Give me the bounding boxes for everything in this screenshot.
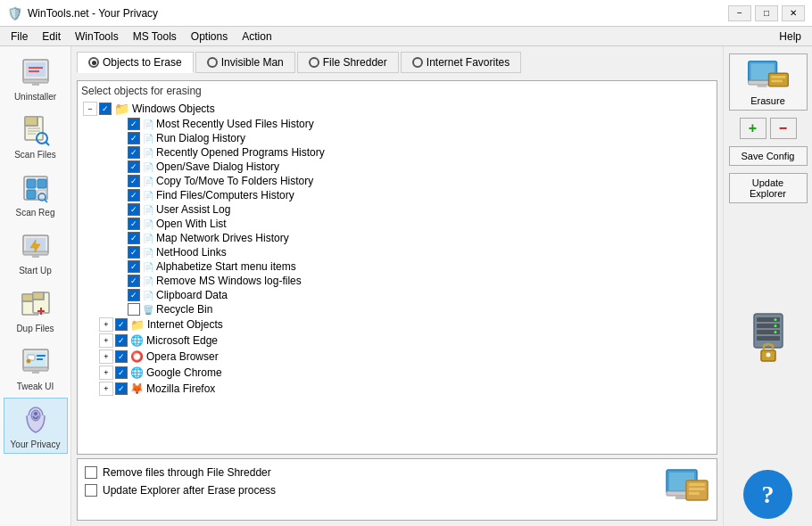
svg-rect-14	[27, 179, 36, 188]
checkbox-user-assist[interactable]	[128, 203, 140, 216]
sidebar-item-your-privacy[interactable]: Your Privacy	[4, 398, 68, 454]
menu-edit[interactable]: Edit	[35, 29, 68, 45]
checkbox-alphabetize[interactable]	[128, 260, 140, 273]
menu-file[interactable]: File	[4, 29, 35, 45]
sidebar-item-uninstaller[interactable]: Uninstaller	[4, 50, 68, 106]
checkbox-open-with[interactable]	[128, 218, 140, 230]
label-edge: Microsoft Edge	[146, 334, 218, 347]
content-area: Objects to Erase Invisible Man File Shre…	[71, 46, 723, 526]
main-layout: Uninstaller Scan Files	[0, 46, 812, 526]
label-open-with: Open With List	[156, 218, 227, 230]
sidebar-item-tweak-ui[interactable]: Tweak UI	[4, 340, 68, 396]
svg-rect-62	[757, 336, 780, 341]
expander-windows[interactable]: −	[83, 102, 97, 116]
tab-invisible-man[interactable]: Invisible Man	[195, 52, 295, 73]
icon-alphabetize: 📄	[143, 262, 153, 272]
tree-item-opera[interactable]: + ⭕ Opera Browser	[81, 349, 713, 365]
maximize-button[interactable]: □	[755, 5, 778, 21]
check-update-explorer[interactable]: Update Explorer after Erase process	[85, 484, 276, 497]
checkbox-clipboard[interactable]	[128, 289, 140, 301]
close-button[interactable]: ✕	[782, 5, 805, 21]
help-menu[interactable]: Help	[772, 29, 808, 45]
expander-opera[interactable]: +	[99, 349, 113, 364]
menubar: File Edit WinTools MS Tools Options Acti…	[0, 27, 812, 46]
tree-panel: Select objects for erasing − 📁 Windows O…	[77, 80, 717, 455]
help-button[interactable]: ?	[743, 470, 792, 519]
checkbox-run-dialog[interactable]	[128, 132, 140, 144]
menu-action[interactable]: Action	[235, 29, 278, 45]
icon-open-with: 📄	[143, 219, 153, 229]
menu-options[interactable]: Options	[184, 29, 235, 45]
dup-files-label: Dup Files	[16, 324, 54, 333]
checkbox-open-save[interactable]	[128, 160, 140, 173]
tree-item-nethood[interactable]: 📄 NetHood Links	[81, 245, 713, 259]
tree-item-recently-opened[interactable]: 📄 Recently Opened Programs History	[81, 145, 713, 160]
sidebar-item-scan-reg[interactable]: Scan Reg	[4, 166, 68, 222]
tree-item-open-save[interactable]: 📄 Open/Save Dialog History	[81, 160, 713, 174]
sidebar-item-scan-files[interactable]: Scan Files	[4, 108, 68, 164]
titlebar-controls: − □ ✕	[728, 5, 805, 21]
expander-firefox[interactable]: +	[99, 382, 113, 396]
tree-item-remove-log[interactable]: 📄 Remove MS Windows log-files	[81, 274, 713, 288]
checkbox-nethood[interactable]	[128, 246, 140, 259]
tree-item-copy-move[interactable]: 📄 Copy To/Move To Folders History	[81, 174, 713, 188]
checkbox-edge[interactable]	[115, 334, 128, 347]
tab-internet-favorites[interactable]: Internet Favorites	[401, 52, 521, 73]
your-privacy-icon	[18, 402, 54, 438]
checkbox-firefox[interactable]	[115, 382, 128, 395]
erasure-button[interactable]: Erasure	[729, 53, 808, 111]
expander-chrome[interactable]: +	[99, 366, 113, 380]
tree-item-internet-objects[interactable]: + 📁 Internet Objects	[81, 316, 713, 333]
tab-objects-to-erase[interactable]: Objects to Erase	[77, 52, 194, 73]
checkbox-file-shredder[interactable]	[85, 466, 97, 479]
minimize-button[interactable]: −	[728, 5, 751, 21]
remove-button[interactable]: −	[770, 118, 797, 139]
bottom-panel: Remove files through File Shredder Updat…	[77, 458, 717, 521]
tab-file-shredder[interactable]: File Shredder	[297, 52, 399, 73]
tree-item-chrome[interactable]: + 🌐 Google Chrome	[81, 365, 713, 381]
update-explorer-button[interactable]: Update Explorer	[729, 173, 808, 203]
label-opera: Opera Browser	[146, 350, 219, 363]
expander-edge[interactable]: +	[99, 333, 113, 348]
tree-item-windows-objects[interactable]: − 📁 Windows Objects	[81, 101, 713, 117]
add-button[interactable]: +	[740, 118, 766, 139]
tree-item-edge[interactable]: + 🌐 Microsoft Edge	[81, 333, 713, 349]
tree-item-find-files[interactable]: 📄 Find Files/Computers History	[81, 188, 713, 202]
sidebar-item-startup[interactable]: Start Up	[4, 224, 68, 280]
tree-item-open-with[interactable]: 📄 Open With List	[81, 217, 713, 231]
checkbox-windows[interactable]	[99, 103, 112, 115]
check-file-shredder[interactable]: Remove files through File Shredder	[85, 466, 276, 479]
tree-item-map-network[interactable]: 📄 Map Network Drives History	[81, 231, 713, 245]
svg-rect-36	[37, 355, 46, 357]
tree-item-clipboard[interactable]: 📄 Clipboard Data	[81, 288, 713, 302]
svg-rect-37	[37, 358, 43, 360]
label-file-shredder: Remove files through File Shredder	[103, 466, 271, 479]
tree-item-alphabetize[interactable]: 📄 Alphabetize Start menu items	[81, 259, 713, 274]
checkbox-recycle[interactable]	[128, 303, 140, 316]
svg-rect-56	[771, 76, 785, 78]
checkbox-internet[interactable]	[115, 318, 128, 331]
checkbox-chrome[interactable]	[115, 366, 128, 379]
checkbox-find-files[interactable]	[128, 189, 140, 201]
label-chrome: Google Chrome	[146, 366, 222, 379]
checkbox-update-explorer[interactable]	[85, 484, 97, 497]
checkbox-recently-opened[interactable]	[128, 146, 140, 159]
checkbox-remove-log[interactable]	[128, 275, 140, 287]
label-recycle: Recycle Bin	[156, 303, 212, 316]
checkbox-opera[interactable]	[115, 350, 128, 363]
checkbox-copy-move[interactable]	[128, 175, 140, 187]
expander-internet[interactable]: +	[99, 317, 113, 332]
svg-rect-54	[757, 85, 766, 87]
svg-rect-50	[689, 492, 700, 495]
checkbox-map-network[interactable]	[128, 232, 140, 244]
menu-mstools[interactable]: MS Tools	[126, 29, 184, 45]
sidebar-item-dup-files[interactable]: Dup Files	[4, 282, 68, 338]
tree-item-user-assist[interactable]: 📄 User Assist Log	[81, 202, 713, 217]
checkbox-mru[interactable]	[128, 118, 140, 130]
tree-item-firefox[interactable]: + 🦊 Mozilla Firefox	[81, 381, 713, 397]
tree-item-mru[interactable]: 📄 Most Recently Used Files History	[81, 117, 713, 131]
menu-wintools[interactable]: WinTools	[68, 29, 126, 45]
tree-item-run-dialog[interactable]: 📄 Run Dialog History	[81, 131, 713, 145]
tree-item-recycle[interactable]: 🗑️ Recycle Bin	[81, 302, 713, 316]
save-config-button[interactable]: Save Config	[729, 146, 808, 166]
